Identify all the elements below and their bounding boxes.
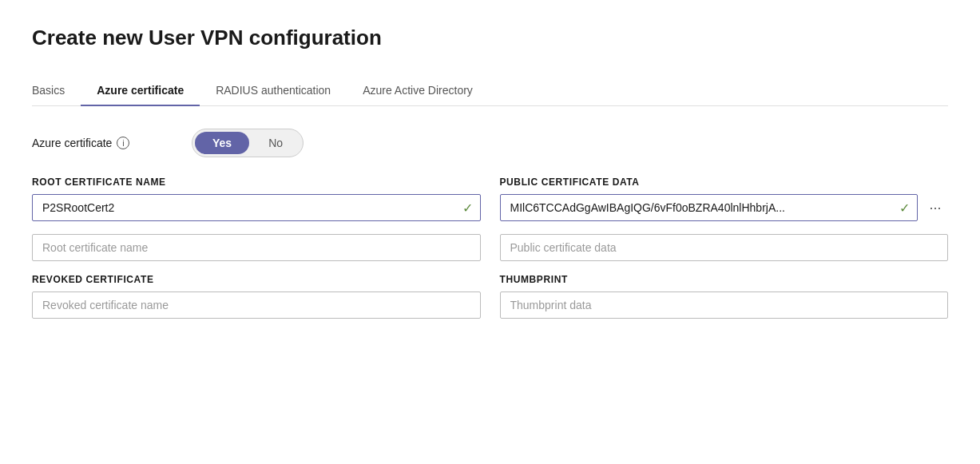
- root-cert-name-filled-row: ✓: [32, 194, 481, 221]
- azure-certificate-label: Azure certificate i: [32, 137, 192, 149]
- tab-azure-certificate[interactable]: Azure certificate: [81, 76, 200, 106]
- azure-certificate-info-icon[interactable]: i: [117, 137, 129, 149]
- cert-headers-row: ROOT CERTIFICATE NAME ✓ PUBLIC CERTIFICA…: [32, 176, 948, 221]
- toggle-yes-button[interactable]: Yes: [195, 132, 249, 154]
- azure-certificate-row: Azure certificate i Yes No: [32, 129, 948, 157]
- azure-certificate-toggle: Yes No: [192, 129, 304, 157]
- tab-azure-active-directory[interactable]: Azure Active Directory: [347, 76, 489, 106]
- more-options-button[interactable]: ···: [922, 195, 948, 220]
- public-cert-data-filled-row: ✓ ···: [500, 194, 949, 221]
- root-cert-name-check-icon: ✓: [462, 200, 473, 216]
- thumbprint-input[interactable]: [500, 291, 949, 319]
- tab-nav: Basics Azure certificate RADIUS authenti…: [32, 76, 948, 106]
- revoked-cert-name-input[interactable]: [32, 291, 481, 319]
- toggle-no-button[interactable]: No: [251, 132, 300, 154]
- root-cert-name-filled-input[interactable]: [32, 194, 481, 221]
- root-cert-name-header: ROOT CERTIFICATE NAME: [32, 176, 481, 188]
- public-cert-data-header: PUBLIC CERTIFICATE DATA: [500, 176, 949, 188]
- tab-basics[interactable]: Basics: [32, 76, 81, 106]
- revoked-cert-section: REVOKED CERTIFICATE THUMBPRINT: [32, 274, 948, 319]
- page-title: Create new User VPN configuration: [32, 26, 948, 50]
- certificate-section: ROOT CERTIFICATE NAME ✓ PUBLIC CERTIFICA…: [32, 176, 948, 319]
- public-cert-data-filled-input[interactable]: [500, 194, 919, 221]
- public-cert-data-empty-input[interactable]: [500, 234, 949, 261]
- revoked-cert-header: REVOKED CERTIFICATE: [32, 274, 481, 285]
- public-cert-data-check-icon: ✓: [899, 200, 910, 216]
- cert-empty-row: [32, 234, 948, 261]
- root-cert-name-empty-input[interactable]: [32, 234, 481, 261]
- tab-radius-authentication[interactable]: RADIUS authentication: [200, 76, 347, 106]
- thumbprint-header: THUMBPRINT: [500, 274, 949, 285]
